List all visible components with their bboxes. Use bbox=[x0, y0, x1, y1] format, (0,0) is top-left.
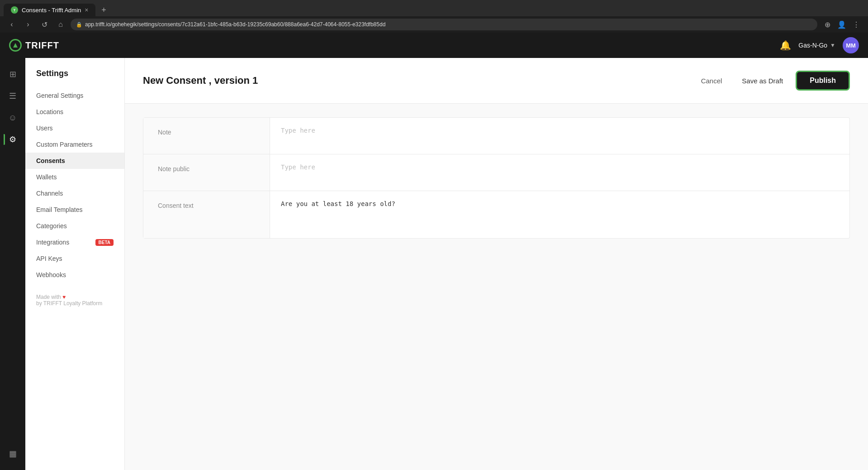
sidebar-item-general-settings[interactable]: General Settings bbox=[25, 87, 124, 104]
sidebar-item-wallets[interactable]: Wallets bbox=[25, 169, 124, 185]
note-row: Note bbox=[143, 118, 849, 154]
sidebar-item-consents[interactable]: Consents bbox=[25, 153, 124, 169]
menu-button[interactable]: ⋮ bbox=[850, 18, 863, 31]
logo-icon bbox=[9, 39, 22, 52]
form-container: Note Note public Consent tex bbox=[125, 104, 868, 252]
chevron-down-icon: ▼ bbox=[830, 42, 835, 48]
note-public-label: Note public bbox=[143, 154, 270, 191]
consent-text-label: Consent text bbox=[143, 191, 270, 238]
org-selector[interactable]: Gas-N-Go ▼ bbox=[798, 42, 835, 49]
sidebar-icon-chart[interactable]: ▦ bbox=[4, 445, 22, 463]
address-text: app.trifft.io/gohehegik/settings/consent… bbox=[85, 21, 385, 28]
main-layout: ⊞ ☰ ☺ ⚙ ▦ Settings General Settings Loca… bbox=[0, 58, 868, 470]
sidebar-item-custom-parameters[interactable]: Custom Parameters bbox=[25, 136, 124, 153]
sidebar-icon-document[interactable]: ☰ bbox=[4, 87, 22, 105]
form-card: Note Note public Consent tex bbox=[143, 117, 850, 239]
app: TRIFFT 🔔 Gas-N-Go ▼ MM ⊞ ☰ ☺ ⚙ ▦ Setting… bbox=[0, 33, 868, 470]
logo: TRIFFT bbox=[9, 39, 59, 52]
home-button[interactable]: ⌂ bbox=[54, 18, 67, 31]
consent-text-row: Consent text bbox=[143, 191, 849, 238]
sidebar-icon-smiley[interactable]: ☺ bbox=[4, 109, 22, 127]
extensions-button[interactable]: ⊕ bbox=[821, 18, 834, 31]
publish-button[interactable]: Publish bbox=[796, 71, 850, 91]
browser-chrome: T Consents - Trifft Admin × + ‹ › ↺ ⌂ 🔒 … bbox=[0, 0, 868, 33]
note-label: Note bbox=[143, 118, 270, 154]
note-public-input-col bbox=[270, 154, 849, 191]
address-bar[interactable]: 🔒 app.trifft.io/gohehegik/settings/conse… bbox=[71, 19, 817, 30]
header-actions: Cancel Save as Draft Publish bbox=[694, 71, 850, 91]
content-area: New Consent , version 1 Cancel Save as D… bbox=[125, 58, 868, 470]
consent-text-input-col bbox=[270, 191, 849, 238]
footer-text-2: by TRIFFT Loyalty Platform bbox=[36, 300, 102, 307]
topbar: TRIFFT 🔔 Gas-N-Go ▼ MM bbox=[0, 33, 868, 58]
sidebar-icon-settings[interactable]: ⚙ bbox=[4, 130, 22, 149]
browser-nav-actions: ⊕ 👤 ⋮ bbox=[821, 18, 863, 31]
page-title: New Consent , version 1 bbox=[143, 75, 258, 86]
note-input[interactable] bbox=[281, 127, 839, 143]
topbar-right: 🔔 Gas-N-Go ▼ MM bbox=[780, 37, 859, 53]
tab-title: Consents - Trifft Admin bbox=[22, 7, 81, 14]
browser-nav: ‹ › ↺ ⌂ 🔒 app.trifft.io/gohehegik/settin… bbox=[0, 16, 868, 33]
refresh-button[interactable]: ↺ bbox=[38, 18, 51, 31]
sidebar-item-webhooks[interactable]: Webhooks bbox=[25, 267, 124, 283]
sidebar-item-locations[interactable]: Locations bbox=[25, 104, 124, 120]
note-input-col bbox=[270, 118, 849, 154]
note-public-row: Note public bbox=[143, 154, 849, 191]
notification-button[interactable]: 🔔 bbox=[780, 40, 791, 51]
sidebar-item-email-templates[interactable]: Email Templates bbox=[25, 201, 124, 218]
sidebar-item-integrations[interactable]: Integrations Beta bbox=[25, 234, 124, 250]
cancel-button[interactable]: Cancel bbox=[694, 73, 730, 88]
icon-sidebar: ⊞ ☰ ☺ ⚙ ▦ bbox=[0, 58, 25, 470]
note-public-input[interactable] bbox=[281, 163, 839, 180]
nav-sidebar: Settings General Settings Locations User… bbox=[25, 58, 125, 470]
back-button[interactable]: ‹ bbox=[5, 18, 18, 31]
logo-triangle bbox=[13, 43, 18, 48]
browser-tabs: T Consents - Trifft Admin × + bbox=[0, 0, 868, 16]
sidebar-icon-grid[interactable]: ⊞ bbox=[4, 65, 22, 83]
sidebar-item-users[interactable]: Users bbox=[25, 120, 124, 136]
save-as-draft-button[interactable]: Save as Draft bbox=[735, 73, 790, 88]
profile-button[interactable]: 👤 bbox=[835, 18, 848, 31]
forward-button[interactable]: › bbox=[22, 18, 34, 31]
footer-text-1: Made with bbox=[36, 294, 61, 300]
sidebar-item-categories[interactable]: Categories bbox=[25, 218, 124, 234]
nav-footer: Made with ♥ by TRIFFT Loyalty Platform bbox=[25, 283, 124, 317]
beta-badge: Beta bbox=[95, 239, 114, 246]
active-tab[interactable]: T Consents - Trifft Admin × bbox=[4, 4, 95, 16]
tab-close-button[interactable]: × bbox=[85, 6, 88, 14]
sidebar-item-integrations-label: Integrations bbox=[36, 239, 69, 246]
org-name: Gas-N-Go bbox=[798, 42, 827, 49]
sidebar-title: Settings bbox=[25, 69, 124, 87]
sidebar-item-channels[interactable]: Channels bbox=[25, 185, 124, 201]
heart-icon: ♥ bbox=[62, 294, 66, 300]
consent-text-input[interactable] bbox=[281, 200, 839, 227]
new-tab-button[interactable]: + bbox=[97, 4, 110, 16]
lock-icon: 🔒 bbox=[76, 22, 82, 28]
logo-text: TRIFFT bbox=[25, 40, 59, 51]
avatar[interactable]: MM bbox=[843, 37, 859, 53]
sidebar-item-api-keys[interactable]: API Keys bbox=[25, 250, 124, 267]
tab-favicon: T bbox=[11, 6, 18, 14]
content-header: New Consent , version 1 Cancel Save as D… bbox=[125, 58, 868, 104]
